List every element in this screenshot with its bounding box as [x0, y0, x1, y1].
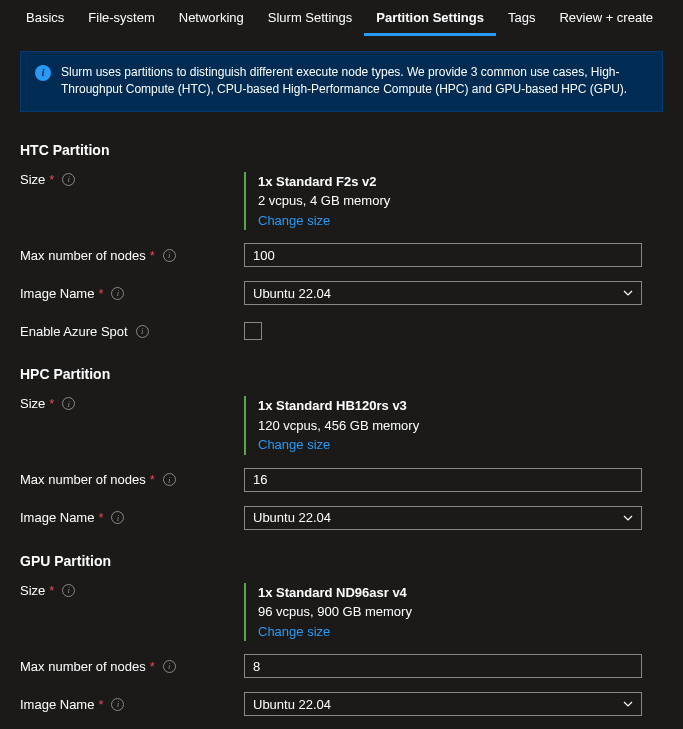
- htc-vm-size: 1x Standard F2s v2 2 vcpus, 4 GB memory …: [244, 172, 663, 231]
- hpc-change-size-link[interactable]: Change size: [258, 435, 663, 455]
- gpu-section-title: GPU Partition: [20, 553, 663, 569]
- required-star: *: [150, 472, 155, 487]
- info-icon[interactable]: i: [62, 397, 75, 410]
- required-star: *: [49, 396, 54, 411]
- hpc-vm-sub: 120 vcpus, 456 GB memory: [258, 416, 663, 436]
- content-area: HTC Partition Size * i 1x Standard F2s v…: [0, 122, 683, 729]
- htc-section-title: HTC Partition: [20, 142, 663, 158]
- gpu-image-label: Image Name: [20, 697, 94, 712]
- hpc-maxnodes-label: Max number of nodes: [20, 472, 146, 487]
- tab-tags[interactable]: Tags: [496, 0, 547, 36]
- info-icon[interactable]: i: [62, 173, 75, 186]
- tab-slurm-settings[interactable]: Slurm Settings: [256, 0, 365, 36]
- hpc-section-title: HPC Partition: [20, 366, 663, 382]
- tab-review-create[interactable]: Review + create: [547, 0, 665, 36]
- info-icon: i: [35, 65, 51, 81]
- info-icon[interactable]: i: [111, 287, 124, 300]
- hpc-max-nodes-input[interactable]: [244, 468, 642, 492]
- info-text: Slurm uses partitions to distinguish dif…: [61, 64, 648, 99]
- required-star: *: [49, 172, 54, 187]
- htc-enable-spot-checkbox[interactable]: [244, 322, 262, 340]
- gpu-max-nodes-input[interactable]: [244, 654, 642, 678]
- htc-spot-label: Enable Azure Spot: [20, 324, 128, 339]
- required-star: *: [98, 697, 103, 712]
- gpu-size-label: Size: [20, 583, 45, 598]
- gpu-vm-title: 1x Standard ND96asr v4: [258, 583, 663, 603]
- required-star: *: [150, 248, 155, 263]
- hpc-image-select[interactable]: [244, 506, 642, 530]
- htc-vm-title: 1x Standard F2s v2: [258, 172, 663, 192]
- htc-vm-sub: 2 vcpus, 4 GB memory: [258, 191, 663, 211]
- info-icon[interactable]: i: [163, 249, 176, 262]
- info-banner: i Slurm uses partitions to distinguish d…: [20, 51, 663, 112]
- htc-image-select[interactable]: [244, 281, 642, 305]
- required-star: *: [98, 286, 103, 301]
- htc-image-label: Image Name: [20, 286, 94, 301]
- htc-max-nodes-input[interactable]: [244, 243, 642, 267]
- gpu-vm-sub: 96 vcpus, 900 GB memory: [258, 602, 663, 622]
- tab-file-system[interactable]: File-system: [76, 0, 166, 36]
- hpc-vm-title: 1x Standard HB120rs v3: [258, 396, 663, 416]
- gpu-vm-size: 1x Standard ND96asr v4 96 vcpus, 900 GB …: [244, 583, 663, 642]
- tab-networking[interactable]: Networking: [167, 0, 256, 36]
- hpc-image-label: Image Name: [20, 510, 94, 525]
- gpu-image-select[interactable]: [244, 692, 642, 716]
- info-icon[interactable]: i: [163, 473, 176, 486]
- required-star: *: [49, 583, 54, 598]
- htc-change-size-link[interactable]: Change size: [258, 211, 663, 231]
- tab-bar: Basics File-system Networking Slurm Sett…: [0, 0, 683, 37]
- gpu-maxnodes-label: Max number of nodes: [20, 659, 146, 674]
- required-star: *: [98, 510, 103, 525]
- info-icon[interactable]: i: [111, 511, 124, 524]
- hpc-vm-size: 1x Standard HB120rs v3 120 vcpus, 456 GB…: [244, 396, 663, 455]
- tab-partition-settings[interactable]: Partition Settings: [364, 0, 496, 36]
- gpu-change-size-link[interactable]: Change size: [258, 622, 663, 642]
- info-icon[interactable]: i: [111, 698, 124, 711]
- hpc-size-label: Size: [20, 396, 45, 411]
- htc-maxnodes-label: Max number of nodes: [20, 248, 146, 263]
- info-icon[interactable]: i: [136, 325, 149, 338]
- info-icon[interactable]: i: [163, 660, 176, 673]
- htc-size-label: Size: [20, 172, 45, 187]
- required-star: *: [150, 659, 155, 674]
- tab-basics[interactable]: Basics: [14, 0, 76, 36]
- info-icon[interactable]: i: [62, 584, 75, 597]
